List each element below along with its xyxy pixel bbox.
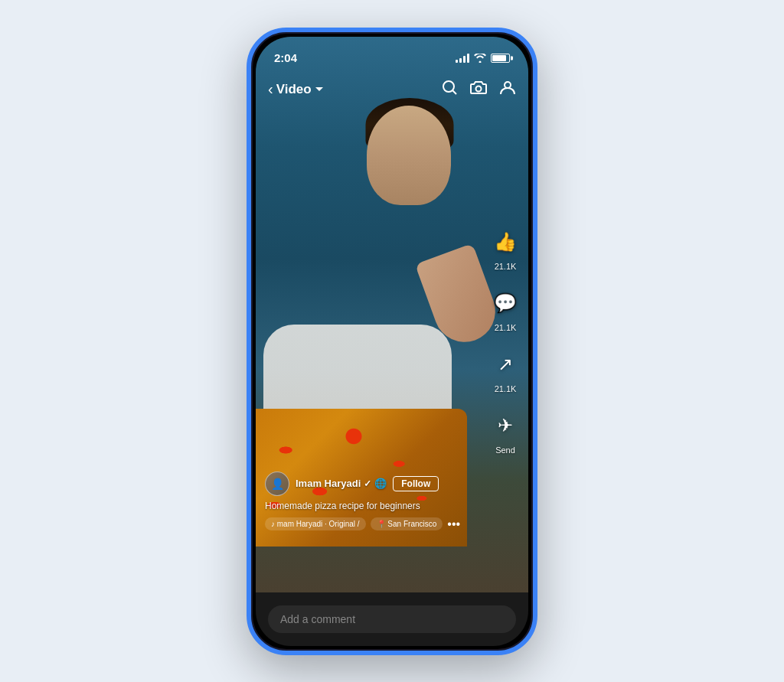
like-action[interactable]: 👍 21.1K (488, 225, 522, 271)
creator-name-text: Imam Haryadi (296, 478, 361, 489)
location-tag-text: 📍 San Francisco (377, 520, 437, 528)
svg-line-1 (452, 90, 456, 94)
search-icon[interactable] (441, 79, 458, 100)
follow-button[interactable]: Follow (393, 476, 439, 491)
globe-icon: 🌐 (374, 478, 387, 489)
phone-frame: 👍 21.1K 💬 21.1K ↗ 21.1K ✈ Send (247, 28, 537, 655)
svg-point-2 (476, 86, 482, 92)
audio-tag[interactable]: ♪ mam Haryadi · Original / (265, 517, 366, 530)
signal-bars-icon (456, 54, 469, 63)
battery-icon (491, 54, 510, 63)
like-count: 21.1K (495, 262, 517, 271)
like-icon: 👍 (488, 225, 522, 259)
creator-name: Imam Haryadi ✓ 🌐 (296, 478, 387, 489)
creator-avatar[interactable]: 👤 (265, 472, 289, 496)
status-icons (456, 54, 510, 63)
video-tags-row: ♪ mam Haryadi · Original / 📍 San Francis… (265, 517, 482, 531)
send-action[interactable]: ✈ Send (488, 409, 522, 455)
send-icon: ✈ (488, 409, 522, 442)
svg-point-0 (443, 81, 454, 92)
share-action[interactable]: ↗ 21.1K (488, 348, 522, 393)
comment-icon: 💬 (488, 286, 522, 320)
comment-action[interactable]: 💬 21.1K (488, 286, 522, 332)
camera-icon[interactable] (470, 79, 487, 100)
nav-bar: ‹ Video (256, 70, 528, 109)
comment-count: 21.1K (495, 323, 517, 332)
verified-badge: ✓ (364, 478, 371, 489)
nav-title: Video (276, 82, 324, 97)
share-count: 21.1K (495, 384, 517, 393)
video-info: 👤 Imam Haryadi ✓ 🌐 Follow Homemade pizza… (265, 472, 482, 531)
phone-mockup: 👍 21.1K 💬 21.1K ↗ 21.1K ✈ Send (247, 28, 537, 655)
send-label: Send (495, 445, 515, 455)
location-tag[interactable]: 📍 San Francisco (371, 517, 443, 530)
video-description: Homemade pizza recipe for beginners (265, 501, 482, 511)
nav-right (441, 79, 516, 100)
status-time: 2:04 (274, 51, 297, 64)
svg-point-3 (505, 82, 511, 88)
comment-input[interactable]: Add a comment (268, 605, 516, 633)
nav-title-text: Video (276, 82, 312, 97)
dropdown-icon (315, 86, 324, 93)
audio-tag-text: ♪ mam Haryadi · Original / (271, 520, 360, 528)
comment-bar: Add a comment (256, 592, 528, 646)
back-button[interactable]: ‹ (268, 80, 273, 98)
more-options-icon[interactable]: ••• (447, 517, 460, 531)
profile-icon[interactable] (499, 79, 516, 100)
creator-row: 👤 Imam Haryadi ✓ 🌐 Follow (265, 472, 482, 496)
phone-screen: 👍 21.1K 💬 21.1K ↗ 21.1K ✈ Send (256, 37, 528, 646)
person-head (367, 106, 451, 205)
share-icon: ↗ (488, 348, 522, 381)
action-sidebar: 👍 21.1K 💬 21.1K ↗ 21.1K ✈ Send (488, 225, 522, 455)
status-bar: 2:04 (256, 37, 528, 70)
wifi-icon (474, 54, 486, 63)
comment-placeholder: Add a comment (280, 613, 355, 625)
video-area[interactable]: 👍 21.1K 💬 21.1K ↗ 21.1K ✈ Send (256, 37, 528, 592)
nav-left: ‹ Video (268, 80, 324, 98)
